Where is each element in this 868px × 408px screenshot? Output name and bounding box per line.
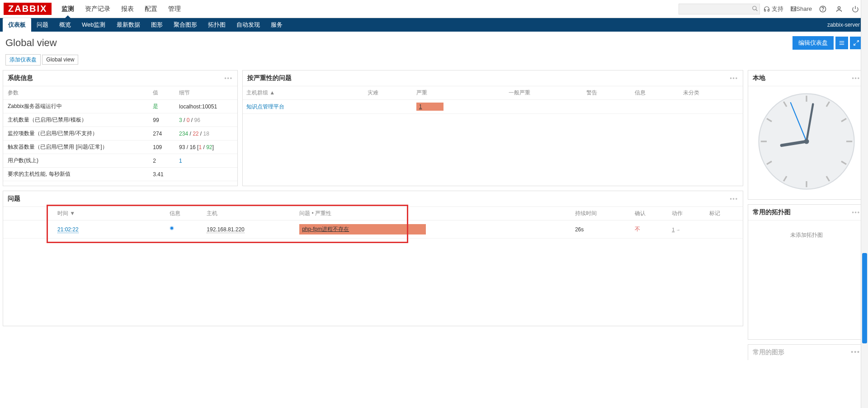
sysinfo-detail: 3 / 0 / 96 bbox=[175, 113, 237, 127]
severity-col[interactable]: 主机群组 ▲ bbox=[243, 86, 364, 100]
problems-col[interactable]: 问题 • 严重性 bbox=[296, 207, 571, 220]
widget-graphs-stub: 常用的图形 ••• bbox=[748, 344, 865, 360]
sysinfo-menu-icon[interactable]: ••• bbox=[224, 75, 233, 81]
sysinfo-row: 主机数量（已启用/已禁用/模板）993 / 0 / 96 bbox=[3, 113, 237, 127]
sysinfo-detail: 234 / 22 / 18 bbox=[175, 127, 237, 141]
problem-time[interactable]: 21:02:22 bbox=[57, 226, 79, 233]
user-icon[interactable] bbox=[832, 5, 848, 13]
sysinfo-col-detail: 细节 bbox=[175, 86, 237, 100]
severity-table: 主机群组 ▲灾难严重一般严重警告信息未分类 知识点管理平台1 bbox=[243, 86, 743, 114]
svg-point-0 bbox=[753, 6, 756, 9]
list-view-button[interactable] bbox=[835, 37, 848, 49]
widget-sysinfo: 系统信息 ••• 参数 值 细节 Zabbix服务器端运行中是localhost… bbox=[3, 70, 238, 186]
breadcrumb-current: Global view bbox=[42, 55, 78, 65]
svg-point-27 bbox=[804, 139, 809, 144]
analog-clock bbox=[757, 92, 856, 191]
support-link[interactable]: 支持 bbox=[760, 5, 787, 13]
clock-menu-icon[interactable]: ••• bbox=[852, 75, 860, 81]
topnav-monitoring[interactable]: 监测 bbox=[56, 0, 80, 18]
sysinfo-col-value: 值 bbox=[148, 86, 175, 100]
sysinfo-param: Zabbix服务器端运行中 bbox=[3, 100, 148, 113]
problem-name[interactable]: php-fpm进程不存在 bbox=[299, 224, 426, 234]
topology-menu-icon[interactable]: ••• bbox=[852, 209, 860, 216]
subnav-web[interactable]: Web监测 bbox=[76, 18, 111, 32]
top-nav: ZABBIX 监测 资产记录 报表 配置 管理 支持 Z Share bbox=[0, 0, 868, 18]
breadcrumb: 添加仪表盘 Global view bbox=[0, 52, 868, 70]
severity-row: 知识点管理平台1 bbox=[243, 100, 743, 114]
sysinfo-param: 要求的主机性能, 每秒新值 bbox=[3, 168, 148, 181]
subnav-discovery[interactable]: 自动发现 bbox=[231, 18, 265, 32]
problems-col[interactable]: 标记 bbox=[706, 207, 743, 220]
widget-clock: 本地 ••• bbox=[748, 70, 865, 200]
sysinfo-value: 274 bbox=[148, 127, 175, 141]
edit-dashboard-button[interactable]: 编辑仪表盘 bbox=[793, 36, 834, 50]
sysinfo-detail bbox=[175, 168, 237, 181]
problem-host[interactable]: 192.168.81.220 bbox=[207, 226, 244, 233]
clock-title: 本地 bbox=[753, 74, 765, 82]
severity-col: 一般严重 bbox=[505, 86, 583, 100]
severity-col: 警告 bbox=[583, 86, 631, 100]
search-input[interactable] bbox=[679, 4, 760, 14]
severity-menu-icon[interactable]: ••• bbox=[730, 75, 738, 81]
topnav-config[interactable]: 配置 bbox=[139, 0, 163, 18]
problems-col[interactable]: 持续时间 bbox=[571, 207, 631, 220]
graphs-stub-menu-icon[interactable]: ••• bbox=[851, 348, 860, 356]
problems-table: 时间 ▼信息主机问题 • 严重性持续时间确认动作标记 21:02:22192.1… bbox=[3, 207, 743, 239]
breadcrumb-home[interactable]: 添加仪表盘 bbox=[5, 54, 41, 66]
severity-col: 信息 bbox=[631, 86, 679, 100]
scrollbar-thumb[interactable] bbox=[862, 253, 867, 343]
problems-col[interactable]: 确认 bbox=[631, 207, 668, 220]
search-icon[interactable] bbox=[752, 5, 758, 13]
hostgroup-link[interactable]: 知识点管理平台 bbox=[246, 103, 284, 110]
timeline-dot-icon bbox=[170, 226, 174, 230]
subnav-problems[interactable]: 问题 bbox=[31, 18, 54, 32]
sysinfo-col-param: 参数 bbox=[3, 86, 148, 100]
subnav-maps[interactable]: 拓扑图 bbox=[203, 18, 231, 32]
subnav-services[interactable]: 服务 bbox=[265, 18, 288, 32]
top-menu: 监测 资产记录 报表 配置 管理 bbox=[56, 0, 186, 18]
problem-ack[interactable]: 不 bbox=[635, 226, 640, 232]
topnav-reports[interactable]: 报表 bbox=[116, 0, 139, 18]
graphs-stub-title: 常用的图形 bbox=[753, 348, 784, 356]
problems-col[interactable]: 时间 ▼ bbox=[3, 207, 166, 220]
sysinfo-detail: localhost:10051 bbox=[175, 100, 237, 113]
page-title: Global view bbox=[5, 37, 57, 49]
severity-col: 未分类 bbox=[679, 86, 743, 100]
sysinfo-detail: 93 / 16 [1 / 92] bbox=[175, 141, 237, 154]
subnav-screens[interactable]: 聚合图形 bbox=[168, 18, 203, 32]
sub-nav: 仪表板 问题 概览 Web监测 最新数据 图形 聚合图形 拓扑图 自动发现 服务… bbox=[0, 18, 868, 32]
sysinfo-param: 用户数(线上) bbox=[3, 154, 148, 168]
vertical-scrollbar[interactable] bbox=[861, 0, 868, 369]
share-link[interactable]: Z Share bbox=[787, 5, 816, 12]
widget-topology: 常用的拓扑图 ••• 未添加拓扑图 bbox=[748, 204, 865, 340]
topology-empty: 未添加拓扑图 bbox=[748, 220, 865, 250]
problems-menu-icon[interactable]: ••• bbox=[730, 196, 738, 202]
svg-line-10 bbox=[854, 43, 856, 45]
sysinfo-value: 2 bbox=[148, 154, 175, 168]
sysinfo-row: 监控项数量（已启用/已禁用/不支持）274234 / 22 / 18 bbox=[3, 127, 237, 141]
sysinfo-value: 99 bbox=[148, 113, 175, 127]
widget-severity: 按严重性的问题 ••• 主机群组 ▲灾难严重一般严重警告信息未分类 知识点管理平… bbox=[242, 70, 743, 186]
search-wrap bbox=[679, 4, 760, 14]
problems-col[interactable]: 动作 bbox=[668, 207, 705, 220]
topnav-admin[interactable]: 管理 bbox=[163, 0, 186, 18]
sysinfo-value: 是 bbox=[148, 100, 175, 113]
subnav-dashboard[interactable]: 仪表板 bbox=[3, 18, 31, 32]
server-name: zabbix-server bbox=[822, 22, 865, 28]
topnav-inventory[interactable]: 资产记录 bbox=[80, 0, 116, 18]
subnav-overview[interactable]: 概览 bbox=[54, 18, 76, 32]
sysinfo-param: 主机数量（已启用/已禁用/模板） bbox=[3, 113, 148, 127]
severity-count[interactable]: 1 bbox=[416, 103, 443, 111]
dashboard: 系统信息 ••• 参数 值 细节 Zabbix服务器端运行中是localhost… bbox=[0, 70, 868, 369]
severity-col: 灾难 bbox=[364, 86, 412, 100]
logo[interactable]: ZABBIX bbox=[4, 3, 52, 15]
help-icon[interactable] bbox=[816, 5, 832, 13]
subnav-latestdata[interactable]: 最新数据 bbox=[111, 18, 146, 32]
sysinfo-table: 参数 值 细节 Zabbix服务器端运行中是localhost:10051主机数… bbox=[3, 86, 237, 181]
problems-col[interactable]: 信息 bbox=[166, 207, 203, 220]
subnav-graphs[interactable]: 图形 bbox=[146, 18, 168, 32]
topology-title: 常用的拓扑图 bbox=[753, 208, 791, 216]
widget-problems: 问题 ••• 时间 ▼信息主机问题 • 严重性持续时间确认动作标记 21:02:… bbox=[3, 191, 743, 326]
problems-col[interactable]: 主机 bbox=[203, 207, 296, 220]
problem-duration: 26s bbox=[571, 220, 631, 239]
